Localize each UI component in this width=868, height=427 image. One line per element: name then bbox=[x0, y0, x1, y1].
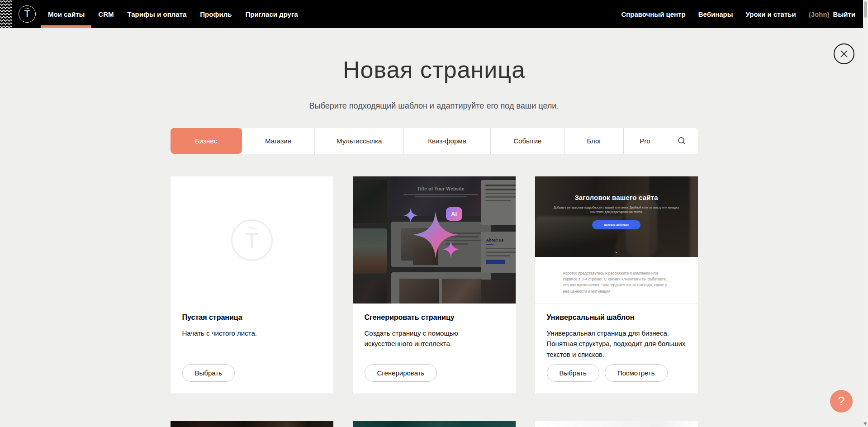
card-description: Универсальная страница для бизнеса. Поня… bbox=[547, 328, 686, 360]
nav-item-help-center[interactable]: Справочный центр bbox=[615, 10, 692, 18]
chevron-down-icon: ⌄ bbox=[535, 248, 698, 254]
new-page-dialog: Новая страница Выберите подходящий шабло… bbox=[0, 56, 868, 427]
template-card-partial[interactable] bbox=[171, 421, 333, 427]
blank-template-preview[interactable]: ~ T bbox=[171, 176, 333, 304]
tab-event[interactable]: Событие bbox=[490, 128, 564, 154]
nav-item-tariffs[interactable]: Тарифы и оплата bbox=[120, 0, 193, 28]
nav-item-profile[interactable]: Профиль bbox=[193, 0, 238, 28]
scrollbar-down-arrow[interactable] bbox=[863, 422, 867, 425]
select-button[interactable]: Выбрать bbox=[182, 364, 235, 382]
template-card-blank: ~ T Пустая страница Начать с чистого лис… bbox=[171, 176, 333, 394]
template-card-grid: ~ T Пустая страница Начать с чистого лис… bbox=[171, 176, 698, 427]
card-title: Пустая страница bbox=[182, 313, 322, 322]
tab-business[interactable]: Бизнес bbox=[171, 128, 242, 154]
secondary-menu: Справочный центр Вебинары Уроки и статьи… bbox=[615, 0, 868, 28]
tab-blog[interactable]: Блог bbox=[564, 128, 623, 154]
nav-item-webinars[interactable]: Вебинары bbox=[692, 10, 740, 18]
page-title: Новая страница bbox=[0, 56, 868, 83]
tilda-logo[interactable]: ~ T bbox=[19, 5, 36, 23]
tilda-watermark-icon: ~ T bbox=[231, 219, 273, 261]
nav-item-my-sites[interactable]: Мои сайты bbox=[41, 0, 91, 28]
help-button[interactable]: ? bbox=[830, 390, 853, 413]
template-category-tabs: Бизнес Магазин Мультиссылка Квиз-форма С… bbox=[171, 128, 698, 154]
close-icon bbox=[839, 49, 849, 59]
template-card-ai-generate: Title of Your Website bbox=[353, 176, 516, 394]
close-button[interactable] bbox=[834, 43, 854, 64]
page-subtitle: Выберите подходящий шаблон и адаптируйте… bbox=[0, 101, 868, 111]
nav-item-crm[interactable]: CRM bbox=[91, 0, 120, 28]
tab-search[interactable] bbox=[666, 128, 697, 154]
card-description: Создать страницу с помощью искусственног… bbox=[365, 328, 504, 349]
select-button[interactable]: Выбрать bbox=[547, 364, 599, 382]
universal-template-preview[interactable]: Заголовок вашего сайта Добавьте интересн… bbox=[535, 176, 698, 304]
search-icon bbox=[678, 137, 686, 145]
nav-item-invite-friend[interactable]: Пригласи друга bbox=[238, 0, 304, 28]
preview-hero-text: Добавьте интересные подробности о вашей … bbox=[550, 205, 683, 215]
tab-multilink[interactable]: Мультиссылка bbox=[314, 128, 403, 154]
zigzag-pattern-decoration bbox=[0, 0, 12, 28]
logout-link[interactable]: Выйти bbox=[830, 10, 855, 18]
view-button[interactable]: Посмотреть bbox=[605, 364, 668, 382]
top-navbar: ~ T Мои сайты CRM Тарифы и оплата Профил… bbox=[0, 0, 868, 28]
card-description: Начать с чистого листа. bbox=[182, 328, 322, 338]
tab-pro[interactable]: Pro bbox=[623, 128, 666, 154]
tab-quiz-form[interactable]: Квиз-форма bbox=[403, 128, 490, 154]
user-name: (John) bbox=[802, 10, 830, 18]
template-card-partial[interactable] bbox=[535, 421, 698, 427]
template-card-partial[interactable] bbox=[353, 421, 516, 427]
tab-store[interactable]: Магазин bbox=[242, 128, 314, 154]
preview-cta-button: Целевое действие bbox=[592, 220, 640, 229]
sparkle-icon-medium bbox=[442, 241, 460, 258]
main-menu: Мои сайты CRM Тарифы и оплата Профиль Пр… bbox=[41, 0, 305, 28]
card-title: Универсальный шаблон bbox=[547, 313, 686, 322]
card-title: Сгенерировать страницу bbox=[365, 313, 504, 322]
generate-button[interactable]: Сгенерировать bbox=[365, 364, 437, 382]
ai-badge: AI bbox=[446, 207, 462, 221]
ai-template-preview[interactable]: Title of Your Website bbox=[353, 176, 516, 304]
nav-item-lessons[interactable]: Уроки и статьи bbox=[740, 10, 802, 18]
preview-hero-title: Заголовок вашего сайта bbox=[574, 194, 658, 201]
scrollbar-thumb[interactable] bbox=[864, 1, 867, 18]
template-card-universal: Заголовок вашего сайта Добавьте интересн… bbox=[535, 176, 698, 394]
vertical-scrollbar[interactable] bbox=[863, 0, 868, 427]
preview-body-text: Коротко представьтесь и расскажите о ком… bbox=[563, 270, 671, 294]
